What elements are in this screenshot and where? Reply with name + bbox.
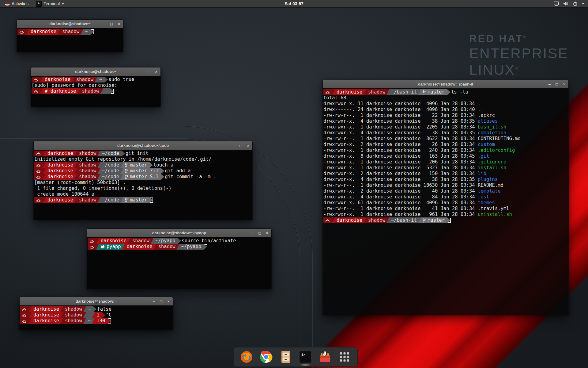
- minimize-button[interactable]: –: [103, 20, 106, 28]
- display-icon[interactable]: [554, 2, 559, 6]
- close-button[interactable]: ✕: [247, 141, 249, 150]
- power-icon[interactable]: [573, 2, 578, 6]
- output-text: [master (root-commit) 50bcb63] .: [34, 180, 126, 186]
- command-text: git commit -a -m .: [161, 174, 216, 180]
- maximize-button[interactable]: □: [556, 80, 558, 88]
- prompt-segment-host: shadow: [364, 217, 389, 223]
- prompt-segment-path: ~/code: [97, 197, 123, 203]
- terminal-content[interactable]: darknoiseshadow~/bash-itmasterls -latota…: [323, 88, 568, 315]
- terminal-content[interactable]: darknoiseshadow~sudo true[sudo] password…: [31, 76, 160, 107]
- ls-filename: .: [478, 101, 481, 107]
- redhat-icon: [325, 219, 330, 222]
- activities-label: Activities: [12, 1, 28, 6]
- prompt-segment-user: darknoise: [43, 197, 77, 203]
- terminal-window-code[interactable]: darknoise@shadow:~/code –□✕ darknoisesha…: [33, 141, 253, 220]
- volume-icon[interactable]: [563, 2, 569, 6]
- redhat-icon: [36, 152, 41, 155]
- close-button[interactable]: ✕: [155, 67, 157, 76]
- svg-text:$>: $>: [301, 353, 306, 357]
- title-bar[interactable]: darknoise@shadow:~ –□✕: [31, 67, 160, 76]
- terminal-window-bash-it[interactable]: darknoise@shadow:~/bash-it –□✕ darknoise…: [322, 80, 569, 315]
- terminal-line: drwxrwxr-x. 2 darknoise darknoise 26 Jan…: [323, 142, 568, 148]
- redhat-icon: [36, 175, 41, 179]
- prompt-segment-user: darknoise: [43, 151, 77, 156]
- terminal-line: darknoiseshadow~sudo true: [32, 77, 160, 82]
- terminal-line: drwxrwxr-x. 2 darknoise darknoise 150 Ja…: [323, 171, 568, 177]
- close-button[interactable]: ✕: [266, 229, 268, 237]
- minimize-button[interactable]: –: [232, 141, 235, 150]
- redhat-icon: [89, 245, 94, 249]
- redhat-icon: [22, 308, 27, 311]
- git-branch-icon: [125, 175, 128, 179]
- command-text: source bin/activate: [178, 238, 236, 244]
- command-text: git init: [122, 151, 149, 156]
- terminal-window-sudo[interactable]: darknoise@shadow:~ –□✕ darknoiseshadow~s…: [31, 67, 161, 107]
- terminal-content[interactable]: darknoiseshadow~: [17, 28, 123, 52]
- command-text: ls -la: [448, 89, 468, 95]
- ls-filename: aliases: [478, 118, 498, 124]
- title-bar[interactable]: darknoise@shadow:~/bash-it –□✕: [323, 80, 568, 89]
- ls-filename: .gitignore: [478, 159, 506, 165]
- prompt-segment-venv: pyapp: [96, 244, 125, 250]
- terminal-line: darknoiseshadow~/codemaster S:1git commi…: [34, 174, 252, 180]
- minimize-button[interactable]: –: [251, 229, 254, 237]
- terminal-window-pyapp[interactable]: darknoise@shadow:~/pyapp –□✕ darknoisesh…: [87, 228, 272, 289]
- title-bar[interactable]: darknoise@shadow:~/code –□✕: [34, 141, 252, 150]
- maximize-button[interactable]: □: [239, 141, 242, 150]
- terminal-content[interactable]: darknoiseshadow~falsedarknoiseshadow~1^C…: [20, 305, 173, 330]
- terminal-window-exitcodes[interactable]: darknoise@shadow:~ –□✕ darknoiseshadow~f…: [19, 297, 173, 330]
- terminal-line: -rwxrwxr-x. 1 darknoise darknoise 206 Ja…: [323, 159, 568, 165]
- ls-meta: drwxrwxr-x. 2 darknoise darknoise 26 Jan…: [323, 142, 478, 148]
- files-icon[interactable]: [279, 350, 293, 364]
- redhat-icon: [36, 169, 41, 173]
- minimize-button[interactable]: –: [141, 67, 143, 76]
- app-menu-terminal[interactable]: $> Terminal: [33, 0, 67, 7]
- close-button[interactable]: ✕: [118, 20, 120, 28]
- system-menu-caret-icon[interactable]: [582, 3, 584, 5]
- maximize-button[interactable]: □: [160, 297, 162, 305]
- close-button[interactable]: ✕: [563, 80, 565, 88]
- terminal-line: total 68: [323, 95, 568, 101]
- ls-meta: drwxrwxr-x. 61 darknoise darknoise 4096 …: [323, 200, 478, 206]
- prompt-segment-path: ~/code: [97, 174, 123, 180]
- app-grid-icon[interactable]: [337, 350, 352, 364]
- redhat-icon: [33, 90, 38, 93]
- activities-button[interactable]: Activities: [2, 0, 31, 7]
- terminal-line: drwxrwxr-x. 4 darknoise darknoise 38 Jan…: [323, 118, 568, 124]
- close-button[interactable]: ✕: [167, 297, 170, 305]
- terminal-window-home-small[interactable]: darknoise@shadow:~ –□✕ darknoiseshadow~: [17, 19, 123, 52]
- ls-filename: .editorconfig: [478, 148, 515, 153]
- minimize-button[interactable]: –: [153, 297, 155, 305]
- ls-filename: .git: [478, 153, 489, 159]
- prompt-segment-user: darknoise: [96, 238, 130, 244]
- title-bar[interactable]: darknoise@shadow:~ –□✕: [17, 20, 123, 28]
- title-bar[interactable]: darknoise@shadow:~ –□✕: [20, 297, 173, 306]
- ls-filename: themes: [478, 200, 495, 206]
- prompt-segment-host: shadow: [74, 168, 100, 174]
- maximize-button[interactable]: □: [148, 67, 150, 76]
- title-bar[interactable]: darknoise@shadow:~/pyapp –□✕: [87, 229, 271, 237]
- prompt-segment-host: shadow: [128, 238, 153, 244]
- terminal-content[interactable]: darknoiseshadow~/codegit initInitialized…: [34, 150, 252, 220]
- prompt-segment-host: shadow: [60, 306, 86, 312]
- ls-meta: -rw-rw-r--. 1 darknoise darknoise 18630 …: [323, 182, 478, 188]
- clock[interactable]: Sat 03:57: [0, 1, 588, 6]
- git-branch-icon: [125, 163, 128, 167]
- redhat-icon: [5, 2, 10, 6]
- redhat-icon: [325, 90, 330, 94]
- chrome-icon[interactable]: [259, 350, 273, 364]
- prompt-segment-host: shadow: [60, 312, 86, 318]
- firefox-icon[interactable]: [239, 350, 254, 364]
- brand-enterprise: ENTERPRISE: [469, 45, 568, 62]
- ls-filename: .travis.yml: [478, 206, 509, 212]
- toolbox-icon[interactable]: [318, 350, 332, 364]
- terminal-line: -rw-rw-r--. 1 darknoise darknoise 18630 …: [323, 182, 568, 188]
- maximize-button[interactable]: □: [258, 229, 261, 237]
- prompt-segment-branch: master ?:1: [120, 168, 164, 174]
- maximize-button[interactable]: □: [110, 20, 113, 28]
- ls-meta: drwxrwxr-x. 11 darknoise darknoise 4096 …: [323, 101, 478, 107]
- prompt-segment-user: darknoise: [29, 306, 63, 312]
- terminal-content[interactable]: darknoiseshadow~/pyappsource bin/activat…: [87, 237, 271, 289]
- minimize-button[interactable]: –: [548, 80, 551, 88]
- terminal-icon[interactable]: $>: [298, 350, 312, 364]
